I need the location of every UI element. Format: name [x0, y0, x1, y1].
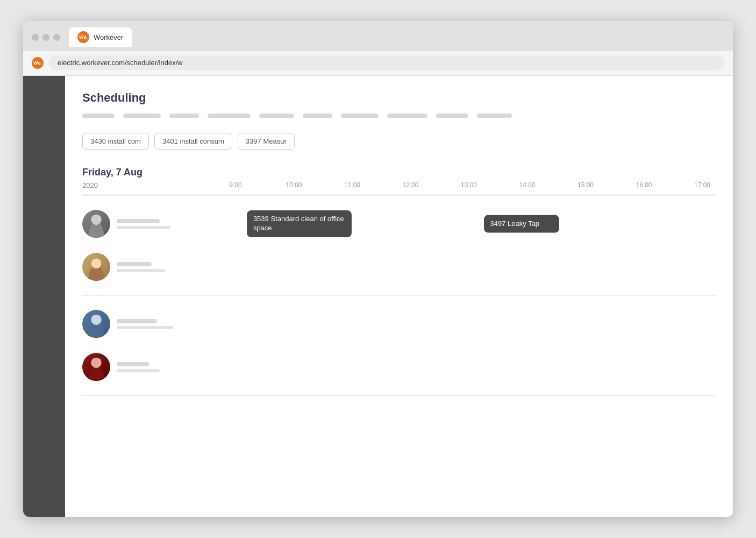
worker-row	[82, 245, 716, 288]
worker-row: 3539 Standard clean of office space 3497…	[82, 202, 716, 245]
timeline-label-col: 2020	[82, 180, 222, 190]
worker-name-skeleton	[117, 262, 165, 272]
traffic-light-minimize[interactable]	[42, 34, 49, 41]
date-main: Friday, 7 Aug	[82, 167, 716, 178]
job-tag[interactable]: 3397 Measur	[238, 133, 295, 150]
traffic-light-maximize[interactable]	[53, 34, 60, 41]
skeleton-name	[117, 362, 149, 366]
avatar	[82, 253, 110, 281]
worker-row	[82, 345, 716, 388]
hour-label: 10:00	[281, 181, 308, 189]
worker-row	[82, 302, 716, 345]
filter-skeleton	[477, 114, 512, 118]
timeline-header: 2020 9:00 10:00 11:00 12:00 13:00 14:00 …	[82, 180, 716, 195]
filter-skeleton	[82, 114, 115, 118]
avatar	[82, 210, 110, 238]
job-block[interactable]: 3497 Leaky Tap	[484, 215, 559, 233]
hour-label: 11:00	[339, 181, 366, 189]
traffic-lights	[32, 34, 60, 41]
hour-label: 13:00	[455, 181, 482, 189]
address-logo: We.	[32, 57, 44, 69]
tab-title: Workever	[94, 33, 123, 41]
browser-tab[interactable]: We. Workever	[69, 27, 132, 47]
filter-skeleton	[169, 114, 199, 118]
job-tag[interactable]: 3430 install com	[82, 133, 149, 150]
hour-label: 17:00	[689, 181, 716, 189]
filter-skeleton	[436, 114, 468, 118]
filter-skeleton	[259, 114, 294, 118]
skeleton-sub	[117, 226, 170, 229]
date-header: Friday, 7 Aug	[82, 167, 716, 178]
page-title: Scheduling	[82, 91, 716, 105]
timeline-slots	[222, 308, 716, 340]
hour-label: 16:00	[631, 181, 658, 189]
worker-name-skeleton	[117, 219, 170, 229]
avatar	[82, 310, 110, 338]
app-content: Scheduling 3430 install com 3401 install…	[23, 76, 733, 517]
skeleton-name	[117, 319, 157, 323]
address-bar: We.	[23, 51, 733, 76]
hour-label: 12:00	[397, 181, 424, 189]
title-bar: We. Workever	[23, 21, 733, 51]
skeleton-name	[117, 262, 152, 266]
hour-label: 15:00	[572, 181, 599, 189]
main-content: Scheduling 3430 install com 3401 install…	[65, 76, 733, 517]
filter-skeleton	[123, 114, 161, 118]
section-group	[82, 296, 716, 396]
filter-skeleton	[303, 114, 332, 118]
timeline-slots	[222, 351, 716, 383]
job-block-label: 3497 Leaky Tap	[490, 220, 540, 228]
address-input[interactable]	[49, 55, 724, 70]
timeline-slots	[222, 251, 716, 283]
skeleton-name	[117, 219, 160, 223]
timeline-slots: 3539 Standard clean of office space 3497…	[222, 208, 716, 240]
worker-name-skeleton	[117, 319, 173, 329]
avatar	[82, 353, 110, 381]
job-tags: 3430 install com 3401 install consum 339…	[82, 133, 716, 150]
job-block-label: 3539 Standard clean of office space	[253, 215, 344, 232]
sidebar	[23, 76, 65, 517]
job-tag[interactable]: 3401 install consum	[154, 133, 232, 150]
filter-skeleton	[387, 114, 427, 118]
tab-logo: We.	[77, 31, 89, 43]
worker-info	[82, 210, 222, 238]
schedule-section: 3539 Standard clean of office space 3497…	[82, 195, 716, 396]
skeleton-sub	[117, 269, 165, 272]
hour-label: 9:00	[222, 181, 249, 189]
filter-skeleton	[341, 114, 379, 118]
browser-window: We. Workever We. Scheduling	[23, 21, 733, 517]
filter-bar	[82, 114, 716, 118]
worker-info	[82, 353, 222, 381]
skeleton-sub	[117, 326, 173, 329]
skeleton-sub	[117, 369, 160, 372]
hour-label: 14:00	[514, 181, 541, 189]
filter-skeleton	[208, 114, 251, 118]
timeline-year: 2020	[82, 181, 98, 189]
section-group: 3539 Standard clean of office space 3497…	[82, 196, 716, 296]
job-block[interactable]: 3539 Standard clean of office space	[247, 210, 352, 237]
timeline-hours: 9:00 10:00 11:00 12:00 13:00 14:00 15:00…	[222, 181, 716, 189]
worker-info	[82, 310, 222, 338]
worker-info	[82, 253, 222, 281]
traffic-light-close[interactable]	[32, 34, 39, 41]
worker-name-skeleton	[117, 362, 160, 372]
